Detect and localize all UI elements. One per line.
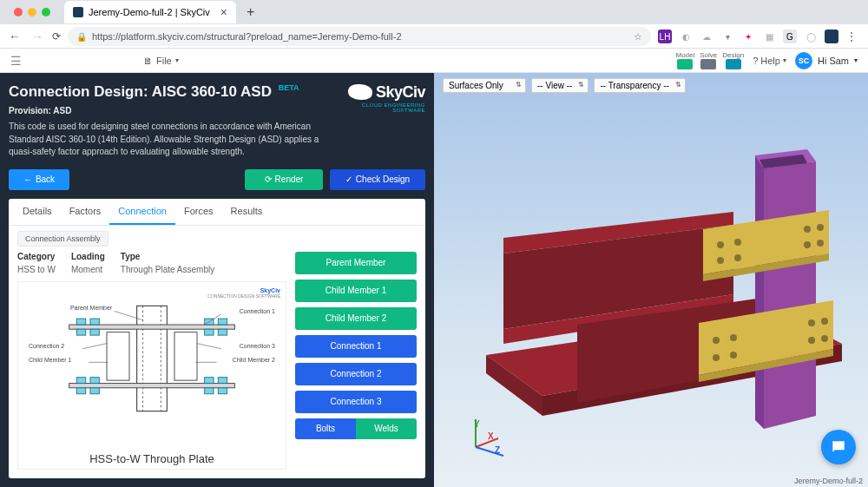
ext-icon-3[interactable]: ☁ [700,30,713,43]
forward-button: → [30,30,45,43]
maximize-window-icon[interactable] [42,8,50,16]
ext-icon-5[interactable]: ✦ [741,30,755,43]
connection-card: Details Factors Connection Forces Result… [9,199,425,479]
svg-rect-6 [90,319,99,325]
viewer-panel[interactable]: Surfaces Only -- View -- -- Transparency… [434,73,868,487]
action-buttons: ←Back ⟳Render ✓Check Design [9,169,425,190]
svg-rect-8 [90,329,99,335]
ext-icon-8[interactable]: ◯ [804,30,818,43]
mode-design[interactable]: Design [722,51,744,69]
user-menu[interactable]: SC Hi Sam ▾ [795,52,858,69]
mode-solve[interactable]: Solve [700,51,717,69]
diagram-label-c1: Connection 1 [240,308,275,314]
view-select[interactable]: -- View -- [531,78,589,93]
main-area: Connection Design: AISC 360-10 ASD BETA … [0,73,868,487]
tab-connection[interactable]: Connection [109,199,175,225]
arrow-left-icon: ← [23,174,32,184]
svg-rect-0 [137,306,168,411]
connection-3-button[interactable]: Connection 3 [295,391,417,413]
chevron-down-icon: ▾ [854,56,858,64]
connection-2-button[interactable]: Connection 2 [295,363,417,385]
mode-model[interactable]: Model [675,51,694,69]
refresh-icon: ⟳ [265,174,272,184]
ext-icon-4[interactable]: ▾ [720,30,734,43]
check-design-button[interactable]: ✓Check Design [330,169,425,190]
svg-rect-15 [76,387,85,393]
diagram-label-parent: Parent Member [70,305,112,311]
close-window-icon[interactable] [14,8,23,16]
bookmark-icon[interactable]: ☆ [634,31,642,43]
svg-point-44 [717,257,724,264]
provision-line: Provision: ASD [9,106,330,115]
tab-forces[interactable]: Forces [175,199,222,225]
category-value: HSS to W [17,265,56,274]
new-tab-button[interactable]: + [247,4,254,20]
brand-logo: SkyCiv CLOUD ENGINEERING SOFTWARE [330,83,425,113]
ext-icon-6[interactable]: ▦ [762,30,776,43]
axis-y-label: Y [474,419,480,429]
svg-rect-7 [76,329,85,335]
connection-1-button[interactable]: Connection 1 [295,335,417,358]
assembly-chip[interactable]: Connection Assembly [17,231,108,247]
svg-point-58 [808,337,815,344]
hamburger-icon[interactable]: ☰ [10,54,22,68]
browser-chrome: Jeremy-Demo-full-2 | SkyCiv × + ← → ⟳ 🔒 … [0,0,868,49]
panel-header: Connection Design: AISC 360-10 ASD BETA … [9,83,425,159]
page-title: Connection Design: AISC 360-10 ASD BETA [9,83,330,101]
back-button[interactable]: ← [7,30,23,43]
child-member-1-button[interactable]: Child Member 1 [295,280,417,302]
ext-icon-9[interactable] [825,30,838,43]
surfaces-select[interactable]: Surfaces Only [443,78,526,93]
bolts-button[interactable]: Bolts [295,418,356,439]
tab-results[interactable]: Results [222,199,272,225]
tab-close-icon[interactable]: × [220,5,227,19]
welds-button[interactable]: Welds [356,418,417,439]
svg-rect-14 [90,377,99,383]
solve-icon [700,59,716,69]
chevron-down-icon: ▾ [175,56,179,64]
svg-point-56 [808,319,815,326]
file-label: File [156,56,172,66]
design-icon [726,59,741,69]
footer-project-name: Jeremy-Demo-full-2 [794,477,863,485]
file-icon: 🗎 [143,56,153,66]
ext-icon-2[interactable]: ◐ [679,30,693,43]
extension-icons: LH ◐ ☁ ▾ ✦ ▦ G ◯ ⋮ [658,30,861,43]
svg-rect-10 [218,319,227,325]
cloud-icon [348,84,372,100]
browser-tab[interactable]: Jeremy-Demo-full-2 | SkyCiv × [64,1,236,23]
card-left: CategoryHSS to W LoadingMoment TypeThrou… [17,252,286,471]
ext-icon-7[interactable]: G [783,30,797,43]
tab-details[interactable]: Details [14,199,61,225]
file-menu[interactable]: 🗎 File ▾ [143,56,179,66]
parent-member-button[interactable]: Parent Member [295,252,417,274]
app-bar: ☰ 🗎 File ▾ Model Solve Design ? Help ▾ S… [0,49,868,73]
url-field[interactable]: 🔒 https://platform.skyciv.com/structural… [68,27,651,46]
svg-rect-11 [205,329,214,335]
render-button[interactable]: ⟳Render [245,169,323,190]
ext-icon-1[interactable]: LH [658,30,672,43]
menu-icon[interactable]: ⋮ [845,30,858,43]
help-menu[interactable]: ? Help ▾ [753,56,786,66]
beta-badge: BETA [279,83,299,92]
left-panel: Connection Design: AISC 360-10 ASD BETA … [0,73,434,487]
back-button[interactable]: ←Back [9,169,69,190]
tab-factors[interactable]: Factors [61,199,110,225]
diagram-label-c3: Connection 3 [240,343,275,349]
transparency-select[interactable]: -- Transparency -- [594,78,685,93]
svg-rect-21 [107,332,129,379]
url-text: https://platform.skyciv.com/structural?p… [92,31,402,42]
user-greeting: Hi Sam [818,56,849,66]
svg-rect-4 [69,383,235,387]
child-member-2-button[interactable]: Child Member 2 [295,307,417,330]
favicon-icon [73,7,83,17]
minimize-window-icon[interactable] [28,8,36,16]
axis-z-label: Z [495,445,500,455]
mode-switcher: Model Solve Design [675,51,744,69]
svg-rect-12 [218,329,227,335]
window-controls[interactable] [7,8,57,16]
svg-rect-13 [76,377,85,383]
viewer-controls: Surfaces Only -- View -- -- Transparency… [443,78,686,93]
chat-fab[interactable] [821,430,856,464]
reload-button[interactable]: ⟳ [52,30,61,43]
